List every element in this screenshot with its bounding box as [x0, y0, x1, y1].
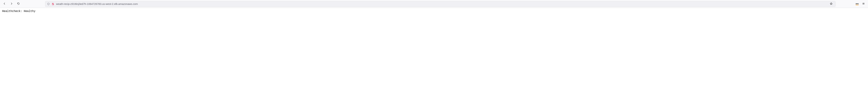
arrow-left-icon	[3, 2, 6, 6]
bookmark-button[interactable]	[829, 2, 834, 6]
lock-insecure-icon[interactable]	[52, 3, 54, 5]
star-icon	[830, 2, 833, 6]
page-body: Healthcheck: Healthy	[0, 8, 868, 14]
shield-icon[interactable]	[47, 3, 50, 5]
url-text: weath-recip-z91t6nj3ed7h-1064726783.us-w…	[56, 2, 827, 5]
arrow-right-icon	[10, 2, 13, 6]
nav-button-group	[2, 2, 21, 6]
aws-extension-icon[interactable]: aws	[856, 3, 859, 5]
reload-button[interactable]	[16, 2, 21, 6]
hamburger-icon	[862, 2, 865, 6]
browser-toolbar: weath-recip-z91t6nj3ed7h-1064726783.us-w…	[0, 0, 868, 8]
app-menu-button[interactable]	[861, 2, 866, 6]
back-button[interactable]	[2, 2, 7, 6]
reload-icon	[17, 2, 20, 6]
address-bar[interactable]: weath-recip-z91t6nj3ed7h-1064726783.us-w…	[45, 1, 836, 7]
forward-button[interactable]	[9, 2, 14, 6]
toolbar-right-group: aws	[856, 2, 866, 6]
